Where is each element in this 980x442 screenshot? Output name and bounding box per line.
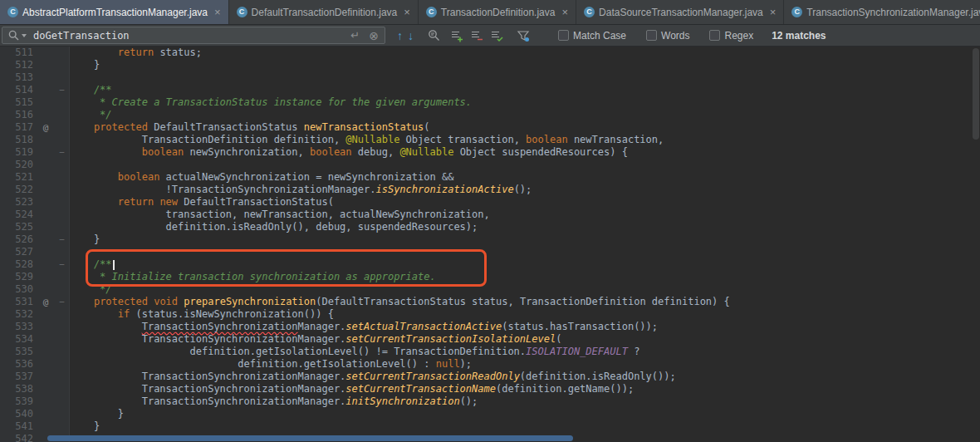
code-line-530[interactable]: 530 */ <box>0 283 980 296</box>
tab-5[interactable]: CTransactionSynchronizationManager.java× <box>784 0 980 24</box>
next-occurrence-button[interactable]: ↓ <box>408 29 414 42</box>
code-line-539[interactable]: 539 TransactionSynchronizationManager.in… <box>0 395 980 408</box>
code-text: } <box>70 59 100 71</box>
code-line-532[interactable]: 532 if (status.isNewSynchronization()) { <box>0 308 980 321</box>
code-line-537[interactable]: 537 TransactionSynchronizationManager.se… <box>0 371 980 383</box>
search-history-dropdown-icon[interactable] <box>22 34 27 37</box>
code-line-533[interactable]: 533 TransactionSynchronizationManager.se… <box>0 321 980 333</box>
code-text: !TransactionSynchronizationManager.isSyn… <box>70 184 532 196</box>
remove-occurrence-icon[interactable] <box>470 29 483 42</box>
gutter-spacer <box>37 246 55 258</box>
code-line-524[interactable]: 524 transaction, newTransaction, actualN… <box>0 209 980 221</box>
code-text: TransactionSynchronizationManager.setAct… <box>70 321 658 333</box>
gutter-spacer <box>37 134 55 146</box>
code-line-511[interactable]: 511 return status; <box>0 47 980 59</box>
match-case-option[interactable]: Match Case <box>558 30 626 42</box>
code-line-513[interactable]: 513 <box>0 71 980 84</box>
code-line-518[interactable]: 518 TransactionDefinition definition, @N… <box>0 134 980 146</box>
fold-spacer <box>55 121 70 134</box>
code-text: return new DefaultTransactionStatus( <box>70 196 334 209</box>
annotation-gutter-icon[interactable]: @ <box>37 296 55 308</box>
fold-icon[interactable]: − <box>55 296 70 308</box>
regex-option[interactable]: Regex <box>709 30 753 42</box>
code-line-522[interactable]: 522 !TransactionSynchronizationManager.i… <box>0 184 980 196</box>
clear-search-icon[interactable]: ⊗ <box>369 29 379 42</box>
code-line-526[interactable]: 526− } <box>0 233 980 246</box>
code-line-512[interactable]: 512 } <box>0 59 980 71</box>
line-number: 531 <box>0 296 37 308</box>
code-line-529[interactable]: 529 * Initialize transaction synchroniza… <box>0 271 980 283</box>
tab-2[interactable]: CDefaultTransactionDefinition.java× <box>229 0 419 24</box>
code-line-520[interactable]: 520 <box>0 159 980 171</box>
code-line-517[interactable]: 517@ protected DefaultTransactionStatus … <box>0 121 980 134</box>
match-count: 12 matches <box>772 30 826 42</box>
code-line-515[interactable]: 515 * Create a TransactionStatus instanc… <box>0 96 980 109</box>
fold-icon[interactable]: − <box>55 146 70 159</box>
tab-3[interactable]: CTransactionDefinition.java× <box>419 0 576 24</box>
code-line-541[interactable]: 541 } <box>0 420 980 433</box>
fold-spacer <box>55 246 70 258</box>
code-line-519[interactable]: 519− boolean newSynchronization, boolean… <box>0 146 980 159</box>
fold-spacer <box>55 209 70 221</box>
java-class-icon: C <box>584 7 595 17</box>
line-number: 514 <box>0 84 37 96</box>
code-line-534[interactable]: 534 TransactionSynchronizationManager.se… <box>0 333 980 346</box>
code-line-540[interactable]: 540 } <box>0 408 980 420</box>
code-line-528[interactable]: 528− /** <box>0 258 980 271</box>
java-class-icon: C <box>237 7 247 17</box>
code-line-535[interactable]: 535 definition.getIsolationLevel() != Tr… <box>0 346 980 358</box>
vertical-scrollbar[interactable] <box>973 48 979 140</box>
tab-1[interactable]: CAbstractPlatformTransactionManager.java… <box>0 0 229 24</box>
line-number: 534 <box>0 333 37 346</box>
add-occurrence-icon[interactable] <box>450 29 463 42</box>
gutter-spacer <box>37 408 55 420</box>
fold-spacer <box>55 134 70 146</box>
tab-label: TransactionDefinition.java <box>441 7 556 18</box>
fold-icon[interactable]: − <box>55 258 70 271</box>
code-line-538[interactable]: 538 TransactionSynchronizationManager.se… <box>0 383 980 395</box>
editor-lines: 511 return status;512 }513514− /**515 * … <box>0 47 980 442</box>
code-line-514[interactable]: 514− /** <box>0 84 980 96</box>
close-icon[interactable]: × <box>770 7 777 17</box>
code-text: if (status.isNewSynchronization()) { <box>70 308 334 321</box>
code-line-523[interactable]: 523 return new DefaultTransactionStatus( <box>0 196 980 209</box>
annotation-gutter-icon[interactable]: @ <box>37 121 55 134</box>
tab-label: TransactionSynchronizationManager.java <box>806 7 980 18</box>
words-option[interactable]: Words <box>646 30 689 42</box>
search-icon[interactable] <box>8 30 19 41</box>
select-all-occurrences-icon[interactable] <box>490 29 503 42</box>
match-case-checkbox[interactable] <box>558 30 569 41</box>
search-input[interactable]: doGetTransaction ↵ ⊗ <box>2 27 385 44</box>
fold-spacer <box>55 59 70 71</box>
code-text: definition.isReadOnly(), debug, suspende… <box>70 221 478 233</box>
filter-icon[interactable] <box>517 29 530 42</box>
text-caret <box>113 260 115 270</box>
code-line-516[interactable]: 516 */ <box>0 109 980 121</box>
tab-4[interactable]: CDataSourceTransactionManager.java× <box>576 0 784 24</box>
words-checkbox[interactable] <box>646 30 657 41</box>
gutter-spacer <box>37 221 55 233</box>
tab-label: DataSourceTransactionManager.java <box>599 7 763 18</box>
horizontal-scrollbar[interactable] <box>47 435 573 441</box>
fold-spacer <box>55 283 70 296</box>
previous-occurrence-button[interactable]: ↑ <box>397 29 403 42</box>
line-number: 529 <box>0 271 37 283</box>
gutter-spacer <box>37 420 55 433</box>
code-line-536[interactable]: 536 definition.getIsolationLevel() : nul… <box>0 358 980 371</box>
search-query-text[interactable]: doGetTransaction <box>33 30 130 42</box>
fold-spacer <box>55 71 70 84</box>
fold-icon[interactable]: − <box>55 233 70 246</box>
fold-icon[interactable]: − <box>55 84 70 96</box>
close-icon[interactable]: × <box>561 7 568 17</box>
regex-checkbox[interactable] <box>709 30 720 41</box>
code-line-525[interactable]: 525 definition.isReadOnly(), debug, susp… <box>0 221 980 233</box>
close-icon[interactable]: × <box>404 7 410 17</box>
fold-spacer <box>55 109 70 121</box>
code-editor[interactable]: 511 return status;512 }513514− /**515 * … <box>0 47 980 442</box>
find-all-icon[interactable] <box>428 29 440 42</box>
gutter-spacer <box>37 96 55 109</box>
code-line-527[interactable]: 527 <box>0 246 980 258</box>
close-icon[interactable]: × <box>214 7 221 17</box>
code-line-521[interactable]: 521 boolean actualNewSynchronization = n… <box>0 171 980 184</box>
code-line-531[interactable]: 531@− protected void prepareSynchronizat… <box>0 296 980 308</box>
